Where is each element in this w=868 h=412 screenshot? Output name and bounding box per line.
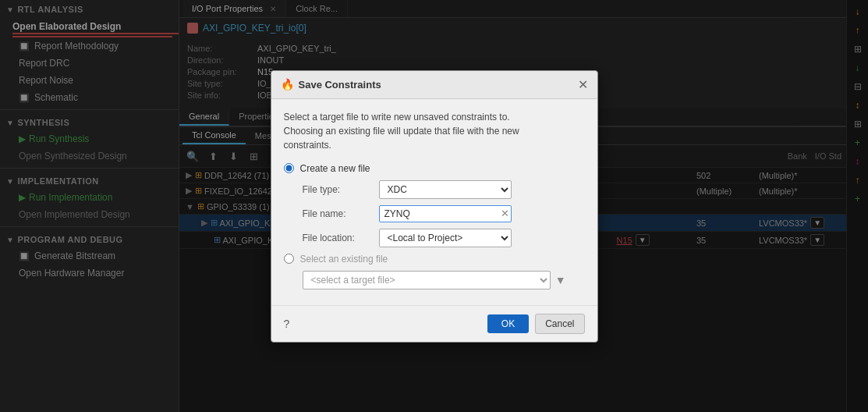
select-target-row: <select a target file> ▼: [303, 271, 566, 289]
file-name-label: File name:: [303, 208, 373, 219]
create-new-radio[interactable]: [284, 163, 294, 173]
modal-title-text: Save Constraints: [299, 79, 381, 91]
file-name-clear-btn[interactable]: ✕: [501, 208, 509, 219]
create-new-label: Create a new file: [300, 163, 370, 174]
file-type-label: File type:: [303, 184, 373, 195]
file-location-select[interactable]: <Local to Project>: [379, 229, 512, 247]
file-type-select[interactable]: XDC: [379, 180, 512, 199]
save-constraints-modal: 🔥 Save Constraints ✕ Select a target fil…: [271, 70, 598, 343]
help-button[interactable]: ?: [284, 318, 290, 330]
modal-overlay: 🔥 Save Constraints ✕ Select a target fil…: [0, 0, 868, 412]
file-location-row: File location: <Local to Project>: [303, 229, 585, 247]
file-type-row: File type: XDC: [303, 180, 585, 199]
modal-description: Select a target file to write new unsave…: [284, 110, 585, 152]
file-location-label: File location:: [303, 233, 373, 243]
modal-title: 🔥 Save Constraints: [281, 78, 381, 91]
modal-flame-icon: 🔥: [281, 78, 294, 91]
modal-title-bar: 🔥 Save Constraints ✕: [271, 71, 597, 99]
modal-close-button[interactable]: ✕: [578, 77, 588, 92]
create-new-file-option[interactable]: Create a new file: [284, 163, 585, 174]
cancel-button[interactable]: Cancel: [535, 314, 584, 334]
modal-body: Select a target file to write new unsave…: [271, 99, 597, 305]
select-target-dropdown[interactable]: <select a target file>: [303, 271, 551, 289]
select-existing-label: Select an existing file: [300, 254, 388, 265]
modal-footer: ? OK Cancel: [271, 305, 597, 342]
ok-button[interactable]: OK: [487, 314, 529, 333]
select-existing-option[interactable]: Select an existing file: [284, 254, 585, 265]
file-name-input-wrap: ✕: [379, 205, 512, 222]
select-existing-radio[interactable]: [284, 254, 294, 264]
file-name-input[interactable]: [379, 205, 512, 222]
select-target-dropdown-btn[interactable]: ▼: [555, 274, 566, 286]
file-name-row: File name: ✕: [303, 205, 585, 222]
